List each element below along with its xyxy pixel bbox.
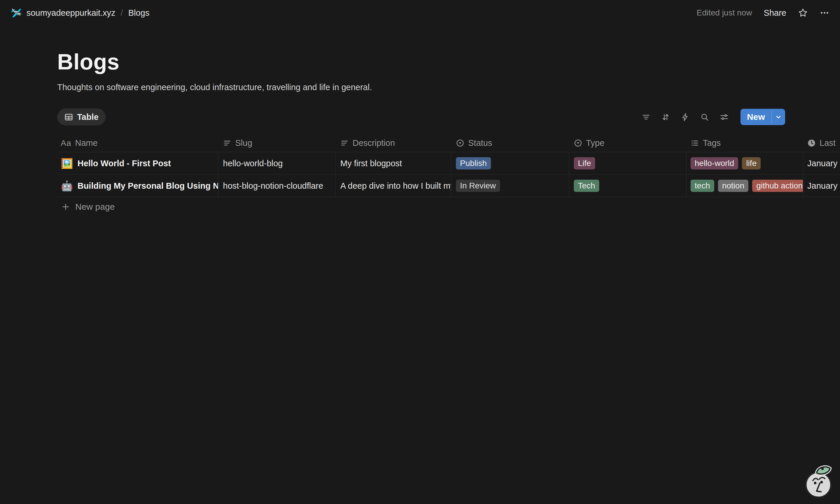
- blogs-database-table: Aa Name Slug Description: [57, 134, 840, 216]
- column-header-label: Type: [586, 138, 605, 148]
- breadcrumb: 🛩️ soumyadeeppurkait.xyz / Blogs: [11, 8, 150, 18]
- notion-ai-face-button[interactable]: [803, 464, 834, 499]
- plus-icon: [61, 202, 70, 211]
- column-header-label: Slug: [235, 138, 252, 148]
- breadcrumb-page[interactable]: Blogs: [128, 8, 150, 18]
- filter-icon[interactable]: [642, 112, 651, 122]
- page-title: Blogs: [57, 49, 840, 74]
- row-name-cell[interactable]: 🖼️ Hello World - First Post: [57, 152, 218, 175]
- automation-bolt-icon[interactable]: [681, 112, 690, 122]
- clock-icon: [807, 139, 816, 147]
- row-slug-cell[interactable]: hello-world-blog: [218, 152, 336, 175]
- row-last-edited-cell[interactable]: January 2: [803, 152, 840, 175]
- column-header-label: Last: [820, 138, 836, 148]
- tag-badge[interactable]: notion: [718, 180, 748, 192]
- tag-badge[interactable]: github actions: [752, 180, 803, 192]
- table-header-row: Aa Name Slug Description: [57, 134, 840, 152]
- type-badge[interactable]: Life: [574, 157, 595, 169]
- sort-icon[interactable]: [661, 112, 670, 122]
- column-header-label: Tags: [703, 138, 721, 148]
- row-slug-cell[interactable]: host-blog-notion-cloudflare: [218, 175, 336, 197]
- more-options-icon[interactable]: [820, 8, 829, 18]
- new-button-label[interactable]: New: [740, 109, 771, 125]
- column-header-name[interactable]: Aa Name: [57, 134, 218, 152]
- share-button[interactable]: Share: [764, 8, 786, 18]
- table-view-label: Table: [77, 112, 99, 122]
- new-button-chevron-down-icon[interactable]: [772, 109, 785, 125]
- breadcrumb-workspace[interactable]: soumyadeeppurkait.xyz: [27, 8, 116, 18]
- page-description: Thoughts on software engineering, cloud …: [57, 83, 840, 92]
- row-last-edited-cell[interactable]: January 2: [803, 175, 840, 197]
- multi-select-property-icon: [690, 139, 699, 147]
- column-header-last-edited[interactable]: Last: [803, 134, 840, 152]
- database-view-bar: Table: [57, 108, 785, 125]
- table-row[interactable]: 🖼️ Hello World - First Post hello-world-…: [57, 152, 840, 175]
- page-content: Blogs Thoughts on software engineering, …: [0, 49, 840, 216]
- edited-status: Edited just now: [697, 8, 752, 18]
- row-description-cell[interactable]: A deep dive into how I built my: [336, 175, 451, 197]
- tab-table-view[interactable]: Table: [57, 108, 106, 125]
- row-status-cell[interactable]: Publish: [451, 152, 569, 175]
- workspace-airplane-emoji-icon: 🛩️: [11, 8, 22, 18]
- text-property-icon: [223, 139, 231, 147]
- page-title-link[interactable]: Building My Personal Blog Using Notion: [77, 181, 218, 191]
- row-status-cell[interactable]: In Review: [451, 175, 569, 197]
- status-badge[interactable]: In Review: [456, 180, 500, 192]
- row-tags-cell[interactable]: tech notion github actions: [686, 175, 803, 197]
- new-page-label: New page: [75, 202, 115, 212]
- select-property-icon: [574, 139, 582, 147]
- table-view-icon: [64, 112, 73, 122]
- view-settings-icon[interactable]: [720, 112, 729, 122]
- row-description-cell[interactable]: My first blogpost: [336, 152, 451, 175]
- favorite-star-icon[interactable]: [798, 8, 808, 18]
- page-emoji-robot-icon: 🤖: [61, 181, 73, 191]
- breadcrumb-separator: /: [121, 8, 123, 18]
- column-header-description[interactable]: Description: [336, 134, 451, 152]
- view-controls: New: [642, 109, 785, 125]
- column-header-status[interactable]: Status: [451, 134, 569, 152]
- row-type-cell[interactable]: Life: [569, 152, 686, 175]
- page-title-link[interactable]: Hello World - First Post: [77, 159, 171, 168]
- column-header-type[interactable]: Type: [569, 134, 686, 152]
- topbar: 🛩️ soumyadeeppurkait.xyz / Blogs Edited …: [0, 0, 840, 26]
- row-name-cell[interactable]: 🤖 Building My Personal Blog Using Notion: [57, 175, 218, 197]
- new-button[interactable]: New: [740, 109, 785, 125]
- title-property-icon: Aa: [61, 139, 71, 148]
- column-header-label: Name: [75, 138, 98, 148]
- search-icon[interactable]: [700, 112, 709, 122]
- column-header-label: Description: [353, 138, 395, 148]
- column-header-label: Status: [468, 138, 492, 148]
- tag-badge[interactable]: tech: [690, 180, 714, 192]
- row-type-cell[interactable]: Tech: [569, 175, 686, 197]
- column-header-tags[interactable]: Tags: [686, 134, 803, 152]
- column-header-slug[interactable]: Slug: [218, 134, 336, 152]
- tag-badge[interactable]: life: [742, 157, 760, 169]
- tag-badge[interactable]: hello-world: [690, 157, 738, 169]
- status-badge[interactable]: Publish: [456, 157, 491, 169]
- table-row[interactable]: 🤖 Building My Personal Blog Using Notion…: [57, 175, 840, 197]
- status-property-icon: [456, 139, 465, 147]
- row-tags-cell[interactable]: hello-world life: [686, 152, 803, 175]
- text-property-icon: [340, 139, 349, 147]
- type-badge[interactable]: Tech: [574, 180, 599, 192]
- page-emoji-framed-picture-icon: 🖼️: [61, 158, 73, 168]
- topbar-actions: Edited just now Share: [697, 8, 829, 18]
- new-page-row[interactable]: New page: [57, 197, 840, 216]
